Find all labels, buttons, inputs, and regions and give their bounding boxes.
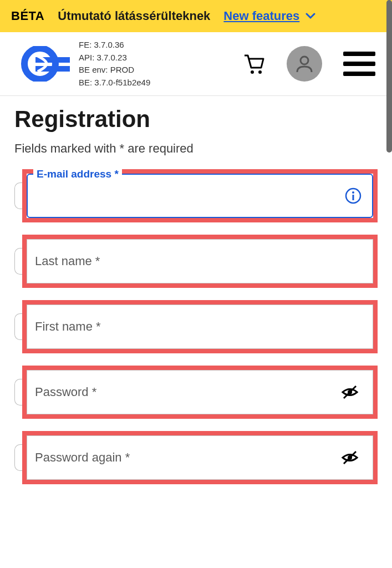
user-icon xyxy=(294,53,315,74)
hamburger-bar xyxy=(343,52,375,56)
eye-off-icon[interactable] xyxy=(340,383,359,402)
svg-point-7 xyxy=(352,191,354,194)
hamburger-bar xyxy=(343,62,375,66)
new-features-label: New features xyxy=(223,9,299,23)
password-again-label: Password again * xyxy=(35,450,130,464)
svg-point-4 xyxy=(258,70,262,74)
lastname-field[interactable]: Last name * xyxy=(27,239,373,283)
page-title: Registration xyxy=(14,106,378,133)
header: FE: 3.7.0.36 API: 3.7.0.23 BE env: PROD … xyxy=(0,32,392,96)
version-fe: FE: 3.7.0.36 xyxy=(79,39,236,52)
svg-line-12 xyxy=(344,452,356,464)
main-content: Registration Fields marked with * are re… xyxy=(0,96,392,506)
svg-point-5 xyxy=(301,57,308,64)
password-field-highlight: Password * xyxy=(22,366,378,419)
version-info: FE: 3.7.0.36 API: 3.7.0.23 BE env: PROD … xyxy=(79,39,236,89)
version-api: API: 3.7.0.23 xyxy=(79,52,236,64)
firstname-label: First name * xyxy=(35,320,101,333)
svg-rect-8 xyxy=(353,195,354,200)
menu-button[interactable] xyxy=(343,52,375,76)
accessibility-guide-link[interactable]: Útmutató látássérülteknek xyxy=(58,9,210,23)
password-label: Password * xyxy=(35,385,96,399)
version-be-env: BE env: PROD xyxy=(79,64,236,77)
hamburger-bar xyxy=(343,72,375,76)
svg-line-10 xyxy=(344,386,356,398)
beta-badge: BÉTA xyxy=(11,9,44,23)
firstname-field[interactable]: First name * xyxy=(27,305,373,349)
email-field[interactable]: E-mail address * xyxy=(27,174,373,218)
lastname-label: Last name * xyxy=(35,254,100,268)
eye-off-icon[interactable] xyxy=(340,448,359,467)
new-features-link[interactable]: New features xyxy=(223,9,315,23)
email-label: E-mail address * xyxy=(33,168,122,180)
password-again-field-highlight: Password again * xyxy=(22,431,378,484)
version-be: BE: 3.7.0-f51b2e49 xyxy=(79,77,236,89)
svg-point-3 xyxy=(251,70,254,74)
user-avatar-button[interactable] xyxy=(287,46,322,82)
firstname-field-highlight: First name * xyxy=(22,300,378,353)
cart-button[interactable] xyxy=(242,52,266,75)
chevron-down-icon xyxy=(306,12,315,22)
lastname-field-highlight: Last name * xyxy=(22,235,378,288)
required-note: Fields marked with * are required xyxy=(14,141,378,156)
password-again-field[interactable]: Password again * xyxy=(27,435,373,480)
top-banner: BÉTA Útmutató látássérülteknek New featu… xyxy=(0,0,392,32)
svg-point-0 xyxy=(24,48,55,79)
scrollbar[interactable] xyxy=(386,0,392,153)
mav-logo[interactable] xyxy=(17,46,72,82)
password-field[interactable]: Password * xyxy=(27,370,373,414)
info-icon[interactable] xyxy=(344,187,362,205)
email-field-highlight: E-mail address * xyxy=(22,169,378,222)
